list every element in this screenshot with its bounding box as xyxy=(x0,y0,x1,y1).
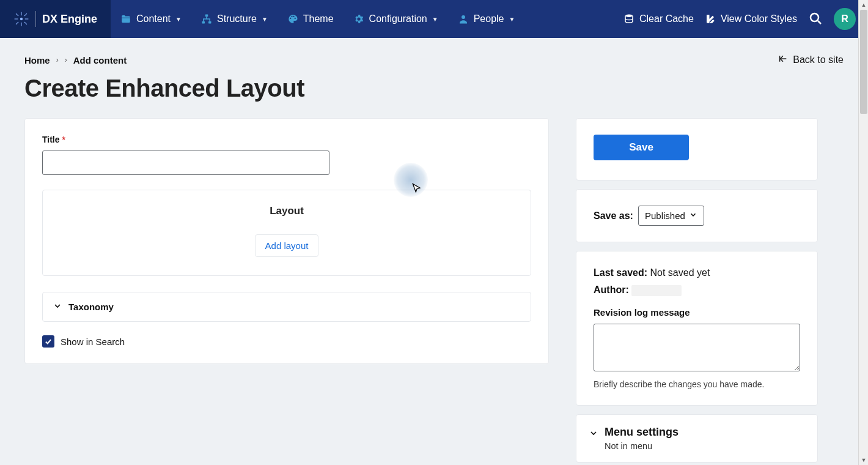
scrollbar-thumb[interactable] xyxy=(860,10,867,114)
save-as-card: Save as: Published xyxy=(576,189,818,242)
required-indicator: * xyxy=(62,135,65,144)
menu-settings-title: Menu settings xyxy=(605,426,679,439)
nav-item-label: Theme xyxy=(303,13,334,24)
svg-line-7 xyxy=(24,13,27,16)
save-as-select[interactable]: Published xyxy=(638,206,704,226)
back-to-site-link[interactable]: Back to site xyxy=(778,54,844,66)
nav-right: Clear Cache View Color Styles R xyxy=(623,0,868,38)
swatch-icon xyxy=(705,13,716,24)
svg-line-8 xyxy=(16,22,18,24)
menu-settings-section[interactable]: Menu settings Not in menu xyxy=(576,414,818,463)
svg-rect-11 xyxy=(208,21,211,24)
back-icon xyxy=(778,54,788,66)
search-button[interactable] xyxy=(808,11,823,28)
vertical-scrollbar[interactable]: ▲ ▼ xyxy=(858,0,868,465)
breadcrumb-add-content[interactable]: Add content xyxy=(73,55,127,65)
page-title: Create Enhanced Layout xyxy=(24,75,844,102)
title-field-label: Title * xyxy=(42,135,531,144)
show-in-search-label: Show in Search xyxy=(61,337,125,347)
show-in-search-checkbox[interactable] xyxy=(42,335,54,348)
layout-heading: Layout xyxy=(55,205,518,217)
svg-line-5 xyxy=(16,13,18,16)
last-saved-line: Last saved: Not saved yet xyxy=(594,267,800,278)
nav-item-people[interactable]: People ▼ xyxy=(448,0,525,38)
back-to-site-label: Back to site xyxy=(793,54,844,65)
search-icon xyxy=(808,11,823,28)
taxonomy-section[interactable]: Taxonomy xyxy=(42,292,531,322)
taxonomy-label: Taxonomy xyxy=(68,302,114,312)
chevron-down-icon: ▼ xyxy=(262,16,268,23)
revision-help-text: Briefly describe the changes you have ma… xyxy=(594,379,800,389)
avatar[interactable]: R xyxy=(834,8,856,30)
nav-item-label: Content xyxy=(136,13,171,24)
nav-item-content[interactable]: Content ▼ xyxy=(111,0,191,38)
save-button[interactable]: Save xyxy=(594,135,689,160)
svg-rect-9 xyxy=(205,15,208,17)
meta-card: Last saved: Not saved yet Author: Revisi… xyxy=(576,251,818,406)
title-input[interactable] xyxy=(42,151,329,175)
scroll-down-icon[interactable]: ▼ xyxy=(859,455,868,465)
scroll-up-icon[interactable]: ▲ xyxy=(859,0,868,10)
folder-icon xyxy=(120,13,131,24)
revision-log-textarea[interactable] xyxy=(594,324,800,371)
svg-line-15 xyxy=(818,21,821,24)
add-layout-button[interactable]: Add layout xyxy=(255,234,319,257)
database-icon xyxy=(623,13,634,24)
layout-block: Layout Add layout xyxy=(42,190,531,276)
view-colors-label: View Color Styles xyxy=(721,13,797,24)
structure-icon xyxy=(201,13,212,24)
gear-icon xyxy=(353,13,364,24)
chevron-right-icon: › xyxy=(56,56,59,64)
svg-rect-10 xyxy=(202,21,205,24)
save-as-label: Save as: xyxy=(594,210,633,221)
revision-log-label: Revision log message xyxy=(594,307,800,318)
nav-item-label: Structure xyxy=(217,13,257,24)
nav-item-theme[interactable]: Theme xyxy=(278,0,344,38)
last-saved-value: Not saved yet xyxy=(650,267,710,278)
nav-menu: Content ▼ Structure ▼ Theme Configuratio… xyxy=(111,0,524,38)
author-value-redacted xyxy=(631,285,682,296)
person-icon xyxy=(458,13,469,24)
menu-settings-sub: Not in menu xyxy=(605,441,679,451)
nav-item-structure[interactable]: Structure ▼ xyxy=(191,0,278,38)
chevron-down-icon xyxy=(53,301,62,313)
save-as-value: Published xyxy=(645,210,685,221)
svg-line-6 xyxy=(24,22,27,24)
avatar-initial: R xyxy=(841,13,848,24)
main-form-card: Title * Layout Add layout Taxonomy xyxy=(24,118,549,364)
palette-icon xyxy=(287,13,298,24)
svg-point-12 xyxy=(462,15,465,19)
svg-point-0 xyxy=(20,18,22,20)
brand-name: DX Engine xyxy=(42,13,97,26)
brand-separator xyxy=(35,11,36,27)
nav-item-configuration[interactable]: Configuration ▼ xyxy=(344,0,448,38)
svg-point-14 xyxy=(811,13,818,21)
chevron-down-icon xyxy=(689,210,697,221)
svg-point-13 xyxy=(625,15,633,18)
save-card: Save xyxy=(576,118,818,180)
chevron-down-icon xyxy=(589,428,598,440)
chevron-right-icon: › xyxy=(65,56,67,64)
top-navbar: DX Engine Content ▼ Structure ▼ Theme xyxy=(0,0,868,38)
chevron-down-icon: ▼ xyxy=(175,16,182,23)
breadcrumb-home[interactable]: Home xyxy=(24,55,50,65)
clear-cache-link[interactable]: Clear Cache xyxy=(623,13,694,24)
brand-logo-icon xyxy=(13,11,29,27)
view-colors-link[interactable]: View Color Styles xyxy=(705,13,797,24)
clear-cache-label: Clear Cache xyxy=(639,13,694,24)
page-body: Home › › Add content Back to site Create… xyxy=(0,38,868,465)
nav-item-label: Configuration xyxy=(369,13,427,24)
chevron-down-icon: ▼ xyxy=(509,16,515,23)
nav-item-label: People xyxy=(474,13,504,24)
breadcrumb: Home › › Add content xyxy=(24,55,127,65)
brand[interactable]: DX Engine xyxy=(0,0,111,38)
chevron-down-icon: ▼ xyxy=(432,16,438,23)
author-line: Author: xyxy=(594,285,800,296)
